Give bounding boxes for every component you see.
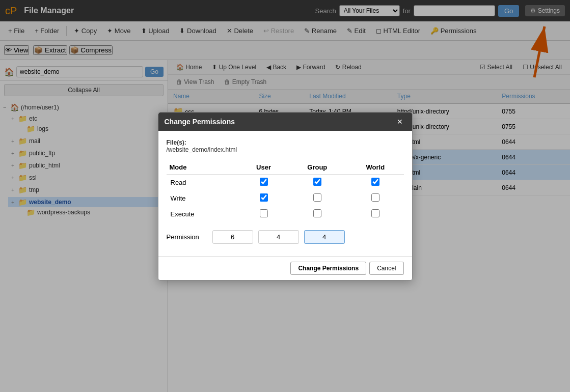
read-group-checkbox[interactable]	[313, 178, 321, 186]
col-group: Group	[287, 160, 347, 175]
modal-footer: Change Permissions Cancel	[158, 256, 412, 280]
permission-label: Permission	[167, 233, 207, 241]
write-user-cell	[240, 190, 288, 206]
execute-group-cell	[287, 206, 347, 222]
col-user: User	[240, 160, 288, 175]
permissions-table: Mode User Group World Read Write	[167, 160, 404, 222]
change-permissions-modal: Change Permissions ✕ File(s): /website_d…	[158, 112, 413, 281]
read-group-cell	[287, 174, 347, 190]
execute-label: Execute	[167, 206, 240, 222]
file-path: /website_demo/index.html	[167, 146, 237, 153]
file-label: File(s):	[167, 139, 186, 146]
world-permission-input[interactable]	[304, 230, 345, 244]
cancel-button[interactable]: Cancel	[369, 262, 403, 275]
change-permissions-button[interactable]: Change Permissions	[290, 262, 366, 275]
read-label: Read	[167, 174, 240, 190]
modal-header: Change Permissions ✕	[158, 113, 412, 131]
execute-group-checkbox[interactable]	[313, 209, 321, 217]
modal-overlay: Change Permissions ✕ File(s): /website_d…	[0, 0, 570, 392]
file-info: File(s): /website_demo/index.html	[167, 139, 404, 153]
row-write: Write	[167, 190, 404, 206]
read-user-checkbox[interactable]	[260, 178, 268, 186]
read-world-checkbox[interactable]	[371, 178, 379, 186]
read-world-cell	[347, 174, 403, 190]
col-mode: Mode	[167, 160, 240, 175]
write-world-cell	[347, 190, 403, 206]
write-user-checkbox[interactable]	[260, 193, 268, 202]
read-user-cell	[240, 174, 288, 190]
modal-title: Change Permissions	[165, 118, 235, 126]
row-execute: Execute	[167, 206, 404, 222]
group-permission-input[interactable]	[258, 230, 299, 244]
write-group-cell	[287, 190, 347, 206]
execute-user-cell	[240, 206, 288, 222]
write-label: Write	[167, 190, 240, 206]
modal-close-button[interactable]: ✕	[394, 117, 406, 127]
write-group-checkbox[interactable]	[313, 193, 321, 202]
write-world-checkbox[interactable]	[371, 193, 379, 202]
execute-user-checkbox[interactable]	[260, 209, 268, 217]
row-read: Read	[167, 174, 404, 190]
execute-world-checkbox[interactable]	[371, 209, 379, 217]
modal-body: File(s): /website_demo/index.html Mode U…	[158, 131, 412, 256]
permission-row: Permission	[167, 230, 404, 244]
col-world: World	[347, 160, 403, 175]
execute-world-cell	[347, 206, 403, 222]
user-permission-input[interactable]	[212, 230, 253, 244]
